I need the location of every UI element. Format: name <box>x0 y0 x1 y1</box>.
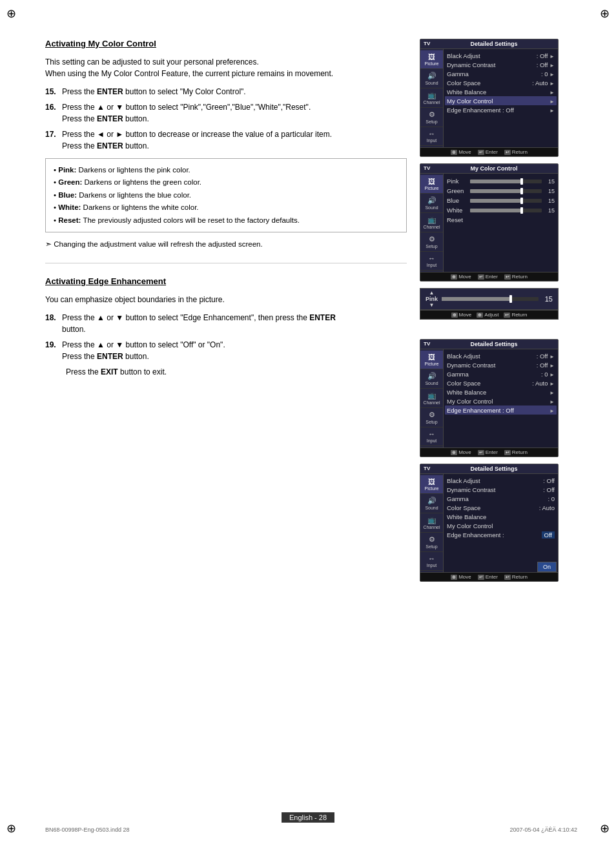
tv-body-2: 🖼 Picture 🔊 Sound 📺 Channel ⚙ <box>420 174 558 272</box>
picture-icon-1: 🖼 <box>428 53 435 61</box>
sidebar-setup-1[interactable]: ⚙ Setup <box>420 108 443 127</box>
blue-fill <box>470 199 520 203</box>
menu-colorspace-5: Color Space : Auto <box>447 503 555 512</box>
menu-black-5: Black Adjust : Off <box>447 476 555 485</box>
menu-mycolor-5: My Color Control <box>447 521 555 530</box>
step-16: 16. Press the ▲ or ▼ button to select "P… <box>45 101 407 125</box>
enter-icon-1: ↵ <box>478 150 484 155</box>
step-15: 15. Press the ENTER button to select "My… <box>45 86 407 98</box>
picture-icon-4: 🖼 <box>428 353 435 361</box>
sidebar-setup-4[interactable]: ⚙ Setup <box>420 408 443 427</box>
return-icon-4: ↩ <box>504 450 511 455</box>
sound-icon-4: 🔊 <box>427 372 436 380</box>
sidebar-channel-2[interactable]: 📺 Channel <box>420 213 443 232</box>
sidebar-picture-1[interactable]: 🖼 Picture <box>420 50 443 69</box>
move-icon-5: ⊕ <box>451 575 457 580</box>
tv-top-bar-4: TV Detailed Settings <box>420 340 558 349</box>
enter-icon-5: ↵ <box>478 575 484 580</box>
info-item-pink: • Pink: Darkens or lightens the pink col… <box>54 164 398 176</box>
sidebar-sound-5[interactable]: 🔊 Sound <box>420 494 443 513</box>
menu-gamma-1: Gamma : 0 ► <box>447 69 555 78</box>
move-icon-4: ⊕ <box>451 450 457 455</box>
footer-enter-4: ↵ Enter <box>478 449 498 455</box>
main-content: Activating My Color Control This setting… <box>45 39 577 588</box>
menu-whitebalance-4: White Balance ► <box>447 387 555 396</box>
input-icon-2: ↔ <box>428 254 435 262</box>
footer-return-pink: ↩ Return <box>504 312 527 318</box>
sidebar-input-4[interactable]: ↔ Input <box>420 427 443 446</box>
menu-mycolor-1: My Color Control ► <box>445 96 557 105</box>
channel-icon-4: 📺 <box>427 391 436 400</box>
channel-icon-2: 📺 <box>427 216 436 224</box>
picture-icon-2: 🖼 <box>428 178 435 185</box>
sidebar-sound-2[interactable]: 🔊 Sound <box>420 194 443 213</box>
sidebar-channel-1[interactable]: 📺 Channel <box>420 88 443 108</box>
footer-enter-2: ↵ Enter <box>478 274 498 280</box>
setup-icon-5: ⚙ <box>429 535 435 544</box>
menu-gamma-5: Gamma : 0 <box>447 494 555 503</box>
return-icon-1: ↩ <box>504 150 511 155</box>
move-icon-1: ⊕ <box>451 150 457 155</box>
channel-icon-5: 📺 <box>427 516 436 524</box>
tv-top-bar-5: TV Detailed Settings <box>420 464 558 474</box>
footer-return-2: ↩ Return <box>504 274 528 280</box>
section1-title: Activating My Color Control <box>45 39 407 48</box>
sidebar-picture-4[interactable]: 🖼 Picture <box>420 351 443 369</box>
sidebar-input-1[interactable]: ↔ Input <box>420 127 443 146</box>
white-fill <box>470 209 520 212</box>
sidebar-picture-2[interactable]: 🖼 Picture <box>420 175 443 194</box>
sidebar-input-5[interactable]: ↔ Input <box>420 552 443 571</box>
tv-footer-1: ⊕ Move ↵ Enter ↩ Return <box>420 147 558 156</box>
section2-title: Activating Edge Enhancement <box>45 276 407 286</box>
menu-gamma-4: Gamma : 0 ► <box>447 369 555 378</box>
footer-move-1: ⊕ Move <box>451 149 471 155</box>
tv-panel-pink-slider: ▲ Pink ▼ 15 ⊕ Move <box>420 288 559 320</box>
left-column: Activating My Color Control This setting… <box>45 39 407 588</box>
tv-sidebar-5: 🖼 Picture 🔊 Sound 📺 Channel ⚙ <box>420 474 444 572</box>
tv-sidebar-2: 🖼 Picture 🔊 Sound 📺 Channel ⚙ <box>420 174 444 272</box>
move-icon-2: ⊕ <box>451 274 457 280</box>
right-column: TV Detailed Settings 🖼 Picture 🔊 Sound <box>420 39 562 588</box>
menu-colorspace-4: Color Space : Auto ► <box>447 378 555 387</box>
sound-icon-2: 🔊 <box>427 196 436 205</box>
tv-sidebar-4: 🖼 Picture 🔊 Sound 📺 Channel ⚙ <box>420 349 444 447</box>
menu-black-adjust-1: Black Adjust : Off ► <box>447 51 555 60</box>
pink-label-arrows: ▲ Pink ▼ <box>426 290 438 308</box>
footer-date-info: 2007-05-04 ¿ÄÈÄ 4:10:42 <box>509 827 577 833</box>
color-bar-pink: Pink 15 <box>447 176 555 186</box>
reg-mark-br: ⊕ <box>600 821 610 836</box>
menu-whitebalance-1: White Balance ► <box>447 87 555 96</box>
page-footer: English - 28 <box>0 812 616 823</box>
tv-panel-4: TV Detailed Settings 🖼 Picture 🔊 Sound <box>420 339 559 457</box>
dropdown-on-option[interactable]: On <box>537 562 557 572</box>
section-divider <box>45 263 407 263</box>
menu-whitebalance-5: White Balance <box>447 512 555 521</box>
pink-slider-value: 15 <box>542 295 553 303</box>
return-icon-5: ↩ <box>504 575 511 580</box>
sidebar-channel-5[interactable]: 📺 Channel <box>420 513 443 533</box>
pink-track <box>470 180 542 183</box>
tv-body-4: 🖼 Picture 🔊 Sound 📺 Channel ⚙ <box>420 349 558 447</box>
tv-top-bar-2: TV My Color Control <box>420 164 558 174</box>
menu-dynamic-contrast-4: Dynamic Contrast : Off ► <box>447 360 555 369</box>
sidebar-picture-5[interactable]: 🖼 Picture <box>420 475 443 494</box>
sidebar-sound-4[interactable]: 🔊 Sound <box>420 369 443 389</box>
green-track <box>470 189 542 193</box>
pink-slider-header: ▲ Pink ▼ 15 <box>420 289 558 310</box>
tv-footer-4: ⊕ Move ↵ Enter ↩ Return <box>420 447 558 457</box>
sidebar-channel-4[interactable]: 📺 Channel <box>420 389 443 408</box>
menu-edge-4: Edge Enhancement : Off ► <box>445 406 557 415</box>
sidebar-input-2[interactable]: ↔ Input <box>420 252 443 271</box>
info-item-white: • White: Darkens or lightens the white c… <box>54 201 398 213</box>
tv-body-5: 🖼 Picture 🔊 Sound 📺 Channel ⚙ <box>420 474 558 572</box>
footer-file-info: BN68-00998P-Eng-0503.indd 28 <box>45 827 130 833</box>
note-line: ➣ Changing the adjustment value will ref… <box>45 239 407 250</box>
tv-panel-2: TV My Color Control 🖼 Picture 🔊 Sound <box>420 163 559 282</box>
sidebar-sound-1[interactable]: 🔊 Sound <box>420 69 443 88</box>
footer-return-5: ↩ Return <box>504 574 528 580</box>
enter-icon-4: ↵ <box>478 450 484 455</box>
sidebar-setup-2[interactable]: ⚙ Setup <box>420 232 443 252</box>
sidebar-setup-5[interactable]: ⚙ Setup <box>420 533 443 552</box>
info-item-reset: • Reset: The previously adjusted colors … <box>54 214 398 226</box>
pink-slider-track <box>442 297 539 301</box>
